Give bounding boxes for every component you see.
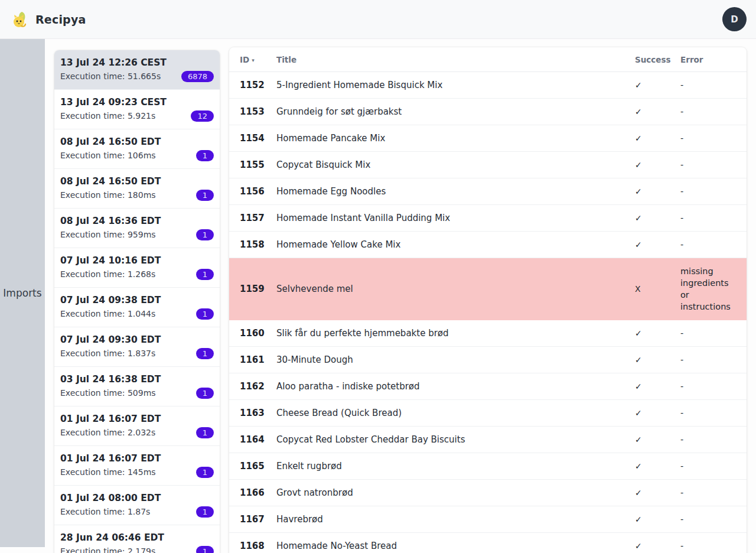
- row-error: -: [680, 205, 747, 231]
- row-title: Homemade Yellow Cake Mix: [276, 239, 630, 250]
- row-error: -: [680, 152, 747, 178]
- import-list-item[interactable]: 07 Jul 24 09:30 EDT Execution time: 1.83…: [54, 327, 220, 366]
- row-error: -: [680, 178, 747, 204]
- table-row[interactable]: 1164 Copycat Red Lobster Cheddar Bay Bis…: [229, 427, 747, 453]
- table-row[interactable]: 1168 Homemade No-Yeast Bread ✓ -: [229, 533, 747, 553]
- row-success-mark: ✓: [630, 107, 680, 116]
- import-list-item[interactable]: 07 Jul 24 10:16 EDT Execution time: 1.26…: [54, 248, 220, 287]
- import-list-item[interactable]: 01 Jul 24 16:07 EDT Execution time: 145m…: [54, 445, 220, 485]
- row-success-mark: ✓: [630, 328, 680, 338]
- imports-list: 13 Jul 24 12:26 CEST Execution time: 51.…: [54, 50, 220, 553]
- column-header-error[interactable]: Error: [680, 55, 747, 64]
- sidebar-rail: Imports: [0, 39, 45, 547]
- import-count-badge: 1: [196, 388, 214, 399]
- table-row[interactable]: 1160 Slik får du perfekte hjemmebakte br…: [229, 320, 747, 347]
- row-id: 1153: [240, 106, 276, 117]
- column-header-success[interactable]: Success: [630, 55, 680, 64]
- import-count-badge: 1: [196, 269, 214, 280]
- table-row[interactable]: 1152 5-Ingredient Homemade Bisquick Mix …: [229, 72, 747, 99]
- import-execution-time: Execution time: 5.921s: [60, 110, 211, 122]
- row-error: -: [680, 480, 747, 506]
- table-row[interactable]: 1154 Homemade Pancake Mix ✓ -: [229, 125, 747, 152]
- app-logo-icon[interactable]: [11, 10, 30, 29]
- table-row[interactable]: 1162 Aloo paratha - indiske potetbrød ✓ …: [229, 373, 747, 400]
- import-list-item[interactable]: 03 Jul 24 16:38 EDT Execution time: 509m…: [54, 366, 220, 406]
- column-header-title[interactable]: Title: [276, 55, 630, 64]
- import-list-item[interactable]: 07 Jul 24 09:38 EDT Execution time: 1.04…: [54, 287, 220, 327]
- table-row[interactable]: 1167 Havrebrød ✓ -: [229, 506, 747, 533]
- row-error: -: [680, 99, 747, 125]
- row-id: 1166: [240, 487, 276, 498]
- table-row[interactable]: 1159 Selvhevende mel X missing ingredien…: [229, 258, 747, 320]
- sort-caret-icon: ▾: [252, 57, 255, 63]
- row-error: -: [680, 72, 747, 98]
- table-row[interactable]: 1163 Cheese Bread (Quick Bread) ✓ -: [229, 400, 747, 427]
- row-error: -: [680, 400, 747, 426]
- import-list-item[interactable]: 13 Jul 24 12:26 CEST Execution time: 51.…: [54, 50, 220, 89]
- import-execution-time: Execution time: 1.87s: [60, 506, 211, 518]
- row-success-mark: ✓: [630, 213, 680, 223]
- row-success-mark: X: [630, 284, 680, 294]
- import-count-badge: 12: [191, 110, 214, 122]
- row-success-mark: ✓: [630, 382, 680, 391]
- import-execution-time: Execution time: 2.179s: [60, 545, 211, 553]
- import-count-badge: 1: [196, 467, 214, 478]
- table-row[interactable]: 1161 30-Minute Dough ✓ -: [229, 347, 747, 373]
- row-title: Homemade No-Yeast Bread: [276, 541, 630, 551]
- import-execution-time: Execution time: 1.837s: [60, 347, 211, 359]
- row-success-mark: ✓: [630, 408, 680, 418]
- sidebar-item-imports[interactable]: Imports: [3, 287, 41, 547]
- app-title: Recipya: [35, 13, 86, 26]
- row-success-mark: ✓: [630, 461, 680, 471]
- table-row[interactable]: 1158 Homemade Yellow Cake Mix ✓ -: [229, 232, 747, 258]
- row-success-mark: ✓: [630, 240, 680, 249]
- row-id: 1160: [240, 328, 276, 339]
- table-row[interactable]: 1155 Copycat Bisquick Mix ✓ -: [229, 152, 747, 178]
- table-row[interactable]: 1156 Homemade Egg Noodles ✓ -: [229, 178, 747, 205]
- import-execution-time: Execution time: 1.044s: [60, 308, 211, 320]
- table-row[interactable]: 1157 Homemade Instant Vanilla Pudding Mi…: [229, 205, 747, 232]
- import-date: 08 Jul 24 16:36 EDT: [60, 214, 211, 227]
- import-execution-time: Execution time: 1.268s: [60, 268, 211, 280]
- column-header-id[interactable]: ID▾: [240, 55, 276, 64]
- row-id: 1163: [240, 408, 276, 418]
- row-success-mark: ✓: [630, 435, 680, 444]
- row-success-mark: ✓: [630, 134, 680, 143]
- table-row[interactable]: 1153 Grunndeig for søt gjærbakst ✓ -: [229, 99, 747, 125]
- row-success-mark: ✓: [630, 355, 680, 365]
- table-row[interactable]: 1165 Enkelt rugbrød ✓ -: [229, 453, 747, 480]
- import-list-item[interactable]: 08 Jul 24 16:50 EDT Execution time: 180m…: [54, 168, 220, 208]
- import-list-item[interactable]: 13 Jul 24 09:23 CEST Execution time: 5.9…: [54, 89, 220, 129]
- row-error: -: [680, 453, 747, 479]
- row-success-mark: ✓: [630, 187, 680, 196]
- user-avatar[interactable]: D: [722, 7, 747, 31]
- import-date: 13 Jul 24 09:23 CEST: [60, 96, 211, 109]
- import-date: 07 Jul 24 10:16 EDT: [60, 254, 211, 267]
- row-error: -: [680, 320, 747, 346]
- row-id: 1167: [240, 514, 276, 525]
- import-list-item[interactable]: 08 Jul 24 16:50 EDT Execution time: 106m…: [54, 129, 220, 168]
- import-execution-time: Execution time: 509ms: [60, 387, 211, 399]
- row-title: 5-Ingredient Homemade Bisquick Mix: [276, 80, 630, 90]
- row-error: -: [680, 373, 747, 399]
- import-count-badge: 1: [196, 348, 214, 359]
- row-title: Homemade Egg Noodles: [276, 186, 630, 197]
- import-date: 03 Jul 24 16:38 EDT: [60, 373, 211, 386]
- table-row[interactable]: 1166 Grovt natronbrød ✓ -: [229, 480, 747, 506]
- row-id: 1159: [240, 284, 276, 294]
- import-list-item[interactable]: 28 Jun 24 06:46 EDT Execution time: 2.17…: [54, 525, 220, 553]
- row-success-mark: ✓: [630, 515, 680, 524]
- import-list-item[interactable]: 08 Jul 24 16:36 EDT Execution time: 959m…: [54, 208, 220, 248]
- row-title: Enkelt rugbrød: [276, 461, 630, 471]
- row-success-mark: ✓: [630, 80, 680, 90]
- import-count-badge: 1: [196, 190, 214, 201]
- row-error: -: [680, 506, 747, 532]
- row-success-mark: ✓: [630, 488, 680, 497]
- row-id: 1162: [240, 381, 276, 392]
- row-id: 1158: [240, 239, 276, 250]
- import-list-item[interactable]: 01 Jul 24 08:00 EDT Execution time: 1.87…: [54, 485, 220, 525]
- row-error: missing ingredients or instructions: [680, 258, 747, 320]
- row-id: 1168: [240, 541, 276, 551]
- import-execution-time: Execution time: 145ms: [60, 466, 211, 478]
- import-list-item[interactable]: 01 Jul 24 16:07 EDT Execution time: 2.03…: [54, 406, 220, 445]
